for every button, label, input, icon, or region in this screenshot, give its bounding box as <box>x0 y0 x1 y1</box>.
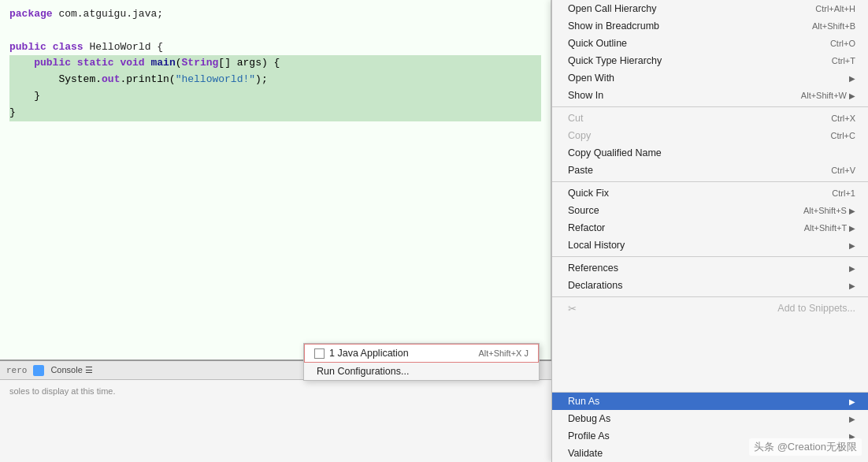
menu-label: Copy Qualified Name <box>568 147 662 158</box>
menu-label: Quick Outline <box>568 38 627 49</box>
menu-quick-outline[interactable]: Quick Outline Ctrl+O <box>552 35 868 52</box>
menu-references[interactable]: References ▶ <box>552 259 868 277</box>
menu-label: Add to Snippets... <box>777 303 855 314</box>
submenu-arrow-icon: ▶ <box>849 281 855 290</box>
menu-show-breadcrumb[interactable]: Show in Breadcrumb Alt+Shift+B <box>552 17 868 35</box>
submenu-arrow-icon: ▶ <box>849 397 855 406</box>
console-content: soles to display at this time. <box>0 380 551 402</box>
context-menu: Open Call Hierarchy Ctrl+Alt+H Show in B… <box>551 0 868 462</box>
menu-declarations[interactable]: Declarations ▶ <box>552 277 868 294</box>
submenu-arrow-icon: ▶ <box>849 241 855 250</box>
submenu-arrow-icon: ▶ <box>849 74 855 83</box>
menu-shortcut: Alt+Shift+W ▶ <box>801 91 855 100</box>
menu-cut[interactable]: Cut Ctrl+X <box>552 110 868 127</box>
menu-shortcut: Alt+Shift+S ▶ <box>803 206 855 215</box>
menu-label: Debug As <box>568 413 610 424</box>
menu-label: 1 Java Application <box>329 348 409 359</box>
menu-open-call-hierarchy[interactable]: Open Call Hierarchy Ctrl+Alt+H <box>552 0 868 17</box>
menu-sep-1 <box>552 106 868 107</box>
console-tab[interactable]: Console ☰ <box>50 365 92 375</box>
menu-show-in[interactable]: Show In Alt+Shift+W ▶ <box>552 87 868 104</box>
menu-shortcut: Alt+Shift+B <box>812 21 855 31</box>
menu-label: Declarations <box>568 280 622 291</box>
menu-label: Copy <box>568 130 591 141</box>
menu-sep-4 <box>552 296 868 297</box>
menu-copy[interactable]: Copy Ctrl+C <box>552 127 868 144</box>
menu-label: Run As <box>568 396 599 407</box>
menu-label: Profile As <box>568 430 610 442</box>
menu-label: Validate <box>568 448 603 459</box>
submenu-arrow-icon: ▶ <box>849 415 855 423</box>
menu-label: Cut <box>568 113 583 124</box>
code-line-2 <box>9 23 541 39</box>
console-tab-prefix: rero <box>6 366 27 375</box>
menu-label: Quick Type Hierarchy <box>568 55 662 66</box>
menu-label: Show in Breadcrumb <box>568 20 659 32</box>
code-editor[interactable]: package com.atguigu.java; public class H… <box>0 0 551 128</box>
scissors-icon: ✂ <box>568 303 577 315</box>
code-line-6: } <box>9 88 541 105</box>
menu-debug-as[interactable]: Debug As ▶ <box>552 410 868 427</box>
menu-run-configurations[interactable]: Run Configurations... <box>304 363 539 380</box>
menu-label: Refactor <box>568 222 605 233</box>
menu-label: Paste <box>568 165 593 176</box>
run-as-submenu: 1 Java Application Alt+Shift+X J Run Con… <box>303 343 540 381</box>
menu-sep-3 <box>552 256 868 257</box>
java-app-checkbox-icon <box>314 348 325 359</box>
code-line-3: public class HelloWorld { <box>9 39 541 56</box>
menu-shortcut: Ctrl+V <box>831 166 855 175</box>
menu-copy-qualified[interactable]: Copy Qualified Name <box>552 144 868 162</box>
menu-shortcut: Alt+Shift+T ▶ <box>804 223 855 233</box>
menu-quick-type-hierarchy[interactable]: Quick Type Hierarchy Ctrl+T <box>552 52 868 69</box>
menu-sep-2 <box>552 181 868 182</box>
menu-label: References <box>568 263 618 274</box>
watermark: 头条 @Creation无极限 <box>749 438 862 456</box>
menu-shortcut: Ctrl+C <box>831 131 855 140</box>
menu-label: Quick Fix <box>568 188 609 199</box>
menu-shortcut: Alt+Shift+X J <box>478 348 529 358</box>
menu-quick-fix[interactable]: Quick Fix Ctrl+1 <box>552 184 868 202</box>
menu-local-history[interactable]: Local History ▶ <box>552 237 868 254</box>
menu-label: Open Call Hierarchy <box>568 3 657 14</box>
menu-label: Run Configurations... <box>317 366 409 377</box>
menu-shortcut: Ctrl+X <box>831 114 855 123</box>
menu-add-snippets[interactable]: ✂ Add to Snippets... <box>552 300 868 317</box>
menu-shortcut: Ctrl+Alt+H <box>815 4 855 13</box>
menu-label: Show In <box>568 90 603 101</box>
menu-run-as[interactable]: Run As ▶ <box>552 393 868 410</box>
menu-refactor[interactable]: Refactor Alt+Shift+T ▶ <box>552 219 868 237</box>
menu-shortcut: Ctrl+1 <box>832 188 855 198</box>
code-line-5: System.out.println("helloworld!"); <box>9 72 541 88</box>
menu-label: Open With <box>568 73 614 84</box>
submenu-arrow-icon: ▶ <box>849 264 855 273</box>
menu-java-application[interactable]: 1 Java Application Alt+Shift+X J <box>304 344 539 363</box>
menu-shortcut: Ctrl+T <box>832 56 855 65</box>
console-icon <box>33 365 44 376</box>
menu-source[interactable]: Source Alt+Shift+S ▶ <box>552 202 868 219</box>
code-line-7: } <box>9 105 541 121</box>
menu-label: Local History <box>568 240 625 251</box>
menu-open-with[interactable]: Open With ▶ <box>552 69 868 87</box>
console-text: soles to display at this time. <box>9 386 116 396</box>
code-line-1: package com.atguigu.java; <box>9 6 541 23</box>
menu-label: Source <box>568 205 599 216</box>
code-line-4: public static void main(String[] args) { <box>9 55 541 72</box>
menu-paste[interactable]: Paste Ctrl+V <box>552 162 868 179</box>
menu-shortcut: Ctrl+O <box>830 39 855 48</box>
